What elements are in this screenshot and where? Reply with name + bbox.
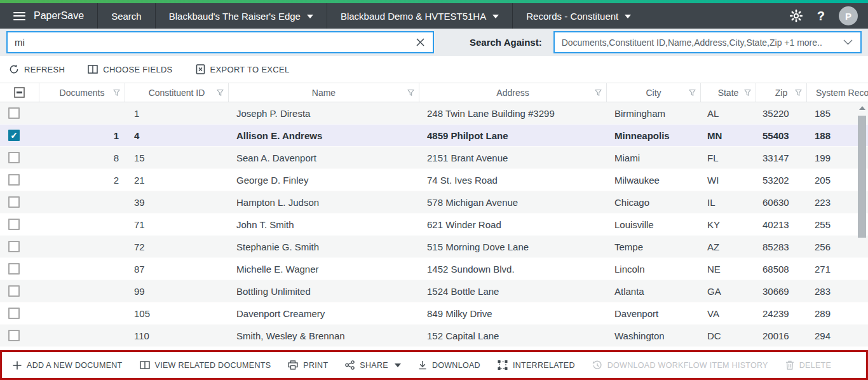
cell-documents: 8 bbox=[39, 147, 125, 168]
row-checkbox[interactable] bbox=[8, 308, 20, 319]
settings-gear-icon[interactable] bbox=[789, 9, 803, 23]
select-all-checkbox[interactable] bbox=[14, 87, 25, 98]
plus-icon bbox=[13, 361, 22, 370]
cell-city: Milwaukee bbox=[607, 169, 701, 191]
interrelated-button[interactable]: INTERRELATED bbox=[498, 360, 575, 370]
row-checkbox[interactable] bbox=[8, 130, 20, 141]
download-button[interactable]: DOWNLOAD bbox=[418, 360, 480, 370]
table-row[interactable]: 1 Joseph P. Diresta 248 Twin Lane Buildi… bbox=[0, 102, 868, 125]
clear-search-icon[interactable] bbox=[407, 38, 433, 46]
cell-zip: 30669 bbox=[756, 280, 807, 302]
search-against-select[interactable]: Documents,Constituent ID,Name,Address,Ci… bbox=[553, 31, 862, 53]
row-checkbox[interactable] bbox=[8, 107, 20, 119]
choose-fields-button[interactable]: CHOOSE FIELDS bbox=[88, 65, 172, 74]
row-checkbox-cell bbox=[0, 302, 39, 324]
cell-constituent-id: 105 bbox=[125, 302, 229, 324]
filter-icon[interactable] bbox=[217, 89, 224, 96]
download-icon bbox=[418, 360, 427, 370]
row-checkbox[interactable] bbox=[8, 196, 20, 208]
filter-icon[interactable] bbox=[407, 89, 414, 96]
table-row[interactable]: 87 Michelle E. Wagner 1452 Sundown Blvd.… bbox=[0, 258, 868, 280]
column-header-documents[interactable]: Documents bbox=[39, 83, 125, 102]
table-row[interactable]: 110 Smith, Wesley & Brennan 152 Capital … bbox=[0, 325, 868, 347]
chevron-down-icon bbox=[307, 15, 313, 18]
filter-icon[interactable] bbox=[689, 89, 696, 96]
view-related-documents-button[interactable]: VIEW RELATED DOCUMENTS bbox=[140, 361, 271, 370]
cell-state: KY bbox=[701, 214, 756, 235]
nav-dropdown-record-type[interactable]: Records - Constituent bbox=[513, 3, 644, 29]
cell-zip: 40213 bbox=[756, 214, 807, 235]
row-checkbox[interactable] bbox=[8, 174, 20, 186]
cell-name: Davenport Creamery bbox=[229, 302, 419, 324]
table-row[interactable]: 71 John T. Smith 621 Winder Road Louisvi… bbox=[0, 214, 868, 236]
cell-constituent-id: 21 bbox=[125, 169, 229, 191]
help-icon[interactable]: ? bbox=[817, 9, 825, 24]
nav-dropdown-database[interactable]: Blackbaud Demo & HVTEST51HA bbox=[327, 3, 513, 29]
document-action-bar: ADD A NEW DOCUMENT VIEW RELATED DOCUMENT… bbox=[0, 350, 868, 380]
row-checkbox[interactable] bbox=[8, 152, 20, 163]
vertical-scrollbar[interactable] bbox=[857, 102, 867, 350]
cell-name: Bottling Unlimited bbox=[229, 280, 419, 302]
search-against-label: Search Against: bbox=[470, 37, 542, 48]
add-new-document-button[interactable]: ADD A NEW DOCUMENT bbox=[13, 361, 123, 370]
table-row[interactable]: 1 4 Allison E. Andrews 4859 Philpot Lane… bbox=[0, 125, 868, 147]
cell-constituent-id: 99 bbox=[125, 280, 229, 302]
row-checkbox[interactable] bbox=[8, 330, 20, 341]
filter-icon[interactable] bbox=[795, 89, 802, 96]
related-documents-icon bbox=[140, 361, 150, 369]
column-header-state[interactable]: State bbox=[701, 83, 756, 102]
cell-name: Sean A. Davenport bbox=[229, 147, 419, 168]
print-button[interactable]: PRINT bbox=[288, 360, 328, 370]
nav-brand[interactable]: PaperSave bbox=[0, 3, 98, 29]
nav-dropdown-integration[interactable]: Blackbaud's The Raiser's Edge bbox=[156, 3, 327, 29]
table-row[interactable]: 8 15 Sean A. Davenport 2151 Brant Avenue… bbox=[0, 147, 868, 169]
cell-zip: 53202 bbox=[756, 169, 807, 191]
share-button[interactable]: SHARE bbox=[345, 360, 401, 370]
cell-address: 849 Milky Drive bbox=[419, 302, 607, 324]
row-checkbox-cell bbox=[0, 214, 39, 235]
table-row[interactable]: 105 Davenport Creamery 849 Milky Drive D… bbox=[0, 302, 868, 325]
scroll-up-button[interactable] bbox=[859, 106, 865, 110]
row-checkbox-cell bbox=[0, 147, 39, 168]
cell-documents bbox=[39, 236, 125, 257]
row-checkbox[interactable] bbox=[8, 263, 20, 275]
row-checkbox-cell bbox=[0, 258, 39, 280]
column-header-constituent-id[interactable]: Constituent ID bbox=[125, 83, 229, 102]
search-against-value: Documents,Constituent ID,Name,Address,Ci… bbox=[554, 37, 835, 48]
column-header-city[interactable]: City bbox=[607, 83, 701, 102]
chevron-down-icon bbox=[395, 363, 401, 367]
refresh-button[interactable]: REFRESH bbox=[9, 64, 65, 74]
scrollbar-thumb[interactable] bbox=[858, 116, 866, 238]
cell-state: NE bbox=[701, 258, 756, 280]
download-workflow-item-history-button[interactable]: DOWNLOAD WORKFLOW ITEM HISTORY bbox=[592, 360, 768, 370]
table-row[interactable]: 39 Hampton L. Judson 578 Michigan Avenue… bbox=[0, 191, 868, 214]
cell-constituent-id: 4 bbox=[125, 125, 229, 146]
app-title: PaperSave bbox=[34, 10, 84, 22]
filter-icon[interactable] bbox=[595, 89, 602, 96]
filter-icon[interactable] bbox=[113, 89, 120, 96]
table-row[interactable]: 72 Stephanie G. Smith 515 Morning Dove L… bbox=[0, 236, 868, 258]
column-header-address[interactable]: Address bbox=[419, 83, 607, 102]
chevron-down-icon bbox=[492, 15, 499, 18]
results-grid: Documents Constituent ID Name Address Ci… bbox=[0, 83, 868, 350]
cell-city: Birmingham bbox=[607, 102, 701, 124]
hamburger-menu-icon[interactable] bbox=[13, 12, 25, 20]
column-header-zip[interactable]: Zip bbox=[756, 83, 807, 102]
delete-button[interactable]: DELETE bbox=[785, 360, 831, 370]
row-checkbox[interactable] bbox=[8, 241, 20, 252]
cell-name: George D. Finley bbox=[229, 169, 419, 191]
column-header-system-record-id[interactable]: System Record ID bbox=[807, 83, 868, 102]
table-row[interactable]: 2 21 George D. Finley 74 St. Ives Road M… bbox=[0, 169, 868, 191]
search-input[interactable] bbox=[7, 37, 407, 48]
nav-tab-search[interactable]: Search bbox=[98, 3, 156, 29]
column-header-name[interactable]: Name bbox=[229, 83, 419, 102]
row-checkbox[interactable] bbox=[8, 285, 20, 297]
nav-right-icons: ? P bbox=[789, 3, 868, 29]
filter-icon[interactable] bbox=[744, 89, 751, 96]
row-checkbox-cell bbox=[0, 280, 39, 302]
user-avatar[interactable]: P bbox=[839, 6, 858, 25]
export-to-excel-button[interactable]: EXPORT TO EXCEL bbox=[196, 64, 290, 74]
cell-zip: 55403 bbox=[756, 125, 807, 146]
row-checkbox[interactable] bbox=[8, 219, 20, 230]
table-row[interactable]: 99 Bottling Unlimited 1524 Bottle Lane A… bbox=[0, 280, 868, 302]
